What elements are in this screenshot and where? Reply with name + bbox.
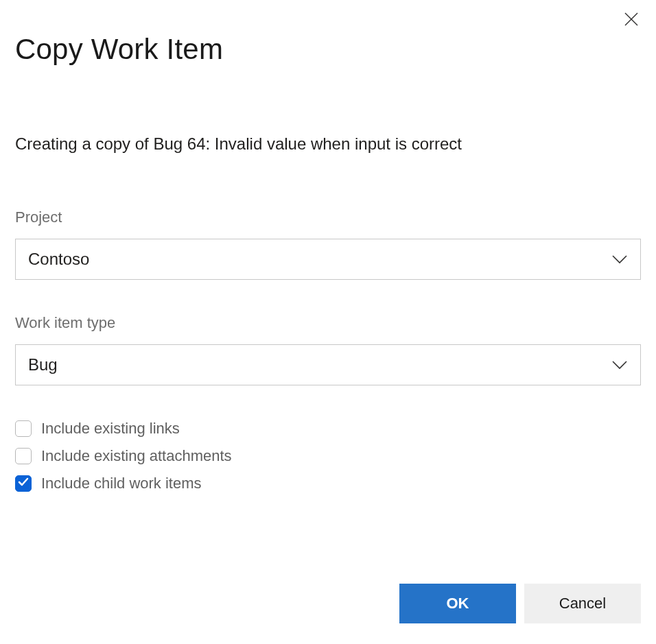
include-links-label[interactable]: Include existing links: [41, 420, 180, 438]
button-row: OK Cancel: [399, 584, 641, 623]
include-children-label[interactable]: Include child work items: [41, 475, 202, 492]
include-links-row: Include existing links: [15, 420, 641, 438]
include-children-row: Include child work items: [15, 475, 641, 492]
dialog-title: Copy Work Item: [15, 33, 641, 66]
include-children-checkbox[interactable]: [15, 475, 32, 492]
chevron-down-icon: [611, 360, 628, 370]
chevron-down-icon: [611, 254, 628, 264]
include-links-checkbox[interactable]: [15, 420, 32, 437]
close-icon: [624, 10, 639, 32]
close-button[interactable]: [619, 8, 644, 33]
project-label: Project: [15, 208, 641, 226]
work-item-type-dropdown[interactable]: Bug: [15, 344, 641, 385]
include-attachments-row: Include existing attachments: [15, 447, 641, 465]
work-item-type-field-group: Work item type Bug: [15, 314, 641, 385]
project-dropdown[interactable]: Contoso: [15, 239, 641, 280]
checkbox-group: Include existing links Include existing …: [15, 420, 641, 492]
project-value: Contoso: [28, 250, 89, 269]
project-field-group: Project Contoso: [15, 208, 641, 280]
ok-button[interactable]: OK: [399, 584, 516, 623]
check-icon: [18, 477, 29, 490]
work-item-type-label: Work item type: [15, 314, 641, 332]
work-item-type-value: Bug: [28, 355, 58, 374]
include-attachments-label[interactable]: Include existing attachments: [41, 447, 232, 465]
include-attachments-checkbox[interactable]: [15, 448, 32, 464]
cancel-button[interactable]: Cancel: [524, 584, 641, 623]
dialog-description: Creating a copy of Bug 64: Invalid value…: [15, 134, 641, 154]
